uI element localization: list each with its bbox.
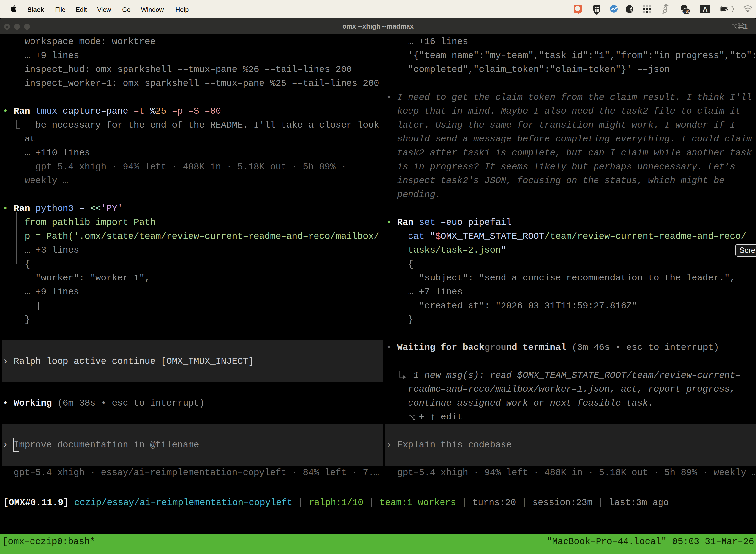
svg-text:..61: ..61 (683, 9, 690, 14)
